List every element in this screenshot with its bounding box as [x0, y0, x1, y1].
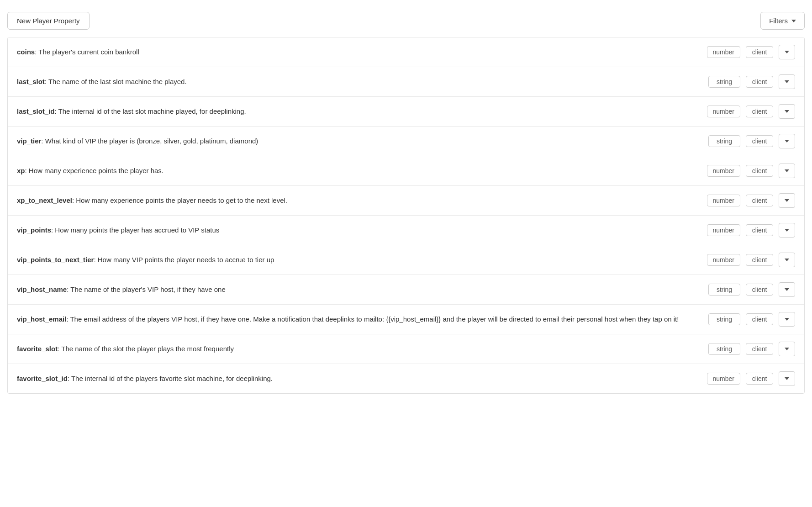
property-desc-text: : How many experience points the player …: [72, 196, 287, 204]
type-badge: number: [707, 373, 740, 385]
scope-badge: client: [746, 313, 773, 325]
property-description: vip_points_to_next_tier: How many VIP po…: [17, 255, 707, 265]
property-meta: numberclient: [707, 193, 795, 208]
header-row: New Player Property Filters: [7, 7, 805, 37]
chevron-down-icon: [785, 169, 789, 172]
property-meta: stringclient: [708, 282, 795, 297]
table-row: xp_to_next_level: How many experience po…: [8, 186, 804, 216]
property-name: vip_host_name: [17, 285, 67, 293]
chevron-down-icon: [785, 229, 789, 232]
chevron-down-icon: [785, 110, 789, 113]
table-row: vip_points_to_next_tier: How many VIP po…: [8, 245, 804, 275]
new-player-property-button[interactable]: New Player Property: [7, 12, 90, 30]
scope-badge: client: [746, 224, 773, 236]
type-badge: number: [707, 46, 740, 58]
row-action-button[interactable]: [779, 253, 795, 267]
property-desc-text: : How many VIP points the player needs t…: [94, 256, 274, 264]
scope-badge: client: [746, 46, 773, 58]
row-action-button[interactable]: [779, 134, 795, 148]
property-description: vip_tier: What kind of VIP the player is…: [17, 136, 708, 147]
scope-badge: client: [746, 195, 773, 206]
type-badge: number: [707, 106, 740, 117]
scope-badge: client: [746, 343, 773, 355]
property-description: xp: How many experience points the playe…: [17, 166, 707, 176]
property-meta: numberclient: [707, 45, 795, 59]
property-desc-text: : The player's current coin bankroll: [35, 48, 139, 56]
row-action-button[interactable]: [779, 312, 795, 327]
properties-table: coins: The player's current coin bankrol…: [7, 37, 805, 394]
property-meta: stringclient: [708, 134, 795, 148]
property-name: favorite_slot: [17, 345, 58, 353]
table-row: vip_points: How many points the player h…: [8, 216, 804, 245]
table-row: last_slot_id: The internal id of the las…: [8, 97, 804, 127]
chevron-down-icon: [785, 199, 789, 202]
property-description: vip_host_email: The email address of the…: [17, 314, 708, 325]
row-action-button[interactable]: [779, 223, 795, 238]
property-desc-text: : The internal id of the players favorit…: [68, 375, 273, 382]
row-action-button[interactable]: [779, 371, 795, 386]
type-badge: string: [708, 135, 740, 147]
property-meta: numberclient: [707, 253, 795, 267]
property-desc-text: : The email address of the players VIP h…: [66, 315, 679, 323]
property-meta: stringclient: [708, 312, 795, 327]
property-name: vip_tier: [17, 137, 41, 145]
scope-badge: client: [746, 165, 773, 177]
property-description: last_slot: The name of the last slot mac…: [17, 77, 708, 87]
property-name: xp: [17, 167, 25, 174]
chevron-down-icon: [785, 51, 789, 53]
type-badge: string: [708, 284, 740, 296]
scope-badge: client: [746, 135, 773, 147]
page-container: New Player Property Filters coins: The p…: [0, 0, 812, 507]
row-action-button[interactable]: [779, 74, 795, 89]
chevron-down-icon: [785, 259, 789, 261]
table-row: last_slot: The name of the last slot mac…: [8, 67, 804, 97]
property-name: xp_to_next_level: [17, 196, 72, 204]
property-description: favorite_slot: The name of the slot the …: [17, 344, 708, 354]
property-desc-text: : The name of the last slot machine the …: [45, 78, 187, 85]
property-description: vip_host_name: The name of the player's …: [17, 285, 708, 295]
property-description: xp_to_next_level: How many experience po…: [17, 195, 707, 206]
row-action-button[interactable]: [779, 342, 795, 356]
property-desc-text: : What kind of VIP the player is (bronze…: [41, 137, 258, 145]
property-meta: stringclient: [708, 342, 795, 356]
type-badge: number: [707, 224, 740, 236]
chevron-down-icon: [785, 318, 789, 321]
table-row: favorite_slot: The name of the slot the …: [8, 334, 804, 364]
type-badge: number: [707, 165, 740, 177]
chevron-down-icon: [791, 20, 796, 22]
property-desc-text: : How many experience points the player …: [25, 167, 164, 174]
property-desc-text: : The name of the player's VIP host, if …: [67, 285, 226, 293]
type-badge: number: [707, 195, 740, 206]
row-action-button[interactable]: [779, 193, 795, 208]
property-desc-text: : The internal id of the last slot machi…: [55, 107, 246, 115]
type-badge: string: [708, 343, 740, 355]
property-description: coins: The player's current coin bankrol…: [17, 47, 707, 58]
property-meta: numberclient: [707, 223, 795, 238]
scope-badge: client: [746, 373, 773, 385]
row-action-button[interactable]: [779, 282, 795, 297]
property-name: vip_points_to_next_tier: [17, 256, 94, 264]
property-meta: numberclient: [707, 104, 795, 119]
chevron-down-icon: [785, 140, 789, 143]
chevron-down-icon: [785, 377, 789, 380]
row-action-button[interactable]: [779, 104, 795, 119]
row-action-button[interactable]: [779, 45, 795, 59]
table-row: favorite_slot_id: The internal id of the…: [8, 364, 804, 393]
table-row: xp: How many experience points the playe…: [8, 156, 804, 186]
table-row: vip_host_name: The name of the player's …: [8, 275, 804, 305]
chevron-down-icon: [785, 348, 789, 350]
filters-button[interactable]: Filters: [760, 12, 805, 30]
property-name: last_slot: [17, 78, 45, 85]
type-badge: string: [708, 76, 740, 88]
property-desc-text: : The name of the slot the player plays …: [58, 345, 234, 353]
row-action-button[interactable]: [779, 164, 795, 178]
chevron-down-icon: [785, 288, 789, 291]
table-row: vip_tier: What kind of VIP the player is…: [8, 127, 804, 156]
property-description: vip_points: How many points the player h…: [17, 225, 707, 236]
scope-badge: client: [746, 254, 773, 266]
chevron-down-icon: [785, 80, 789, 83]
property-description: last_slot_id: The internal id of the las…: [17, 106, 707, 117]
property-name: vip_host_email: [17, 315, 66, 323]
property-description: favorite_slot_id: The internal id of the…: [17, 374, 707, 384]
filters-label: Filters: [769, 17, 788, 25]
